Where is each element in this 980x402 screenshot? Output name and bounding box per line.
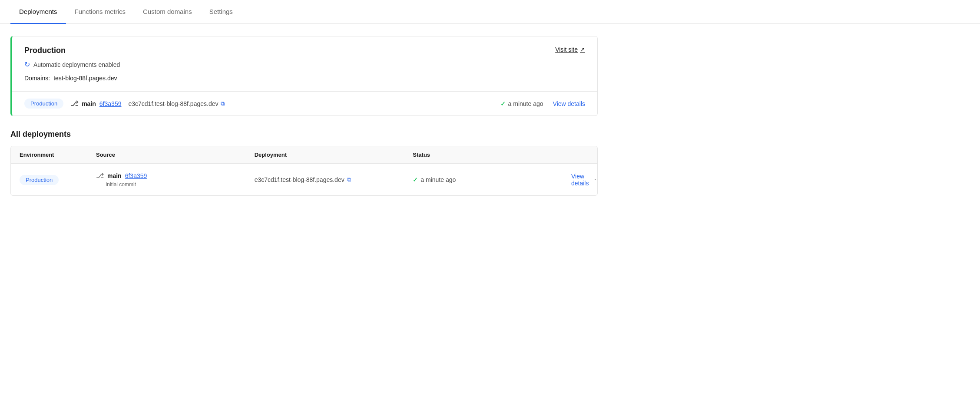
actions-cell: View details ··· — [571, 173, 589, 187]
tab-functions-metrics[interactable]: Functions metrics — [66, 0, 135, 24]
visit-site-label: Visit site — [555, 46, 578, 53]
branch-icon: ⎇ — [70, 99, 78, 108]
view-details-link[interactable]: View details — [553, 100, 585, 107]
auto-deploy-row: ↻ Automatic deployments enabled — [24, 60, 120, 69]
external-link-icon: ↗ — [580, 46, 585, 53]
row-branch-icon: ⎇ — [96, 171, 104, 180]
row-branch-name: main — [107, 172, 122, 179]
environment-badge: Production — [24, 99, 63, 109]
row-commit-hash-link[interactable]: 6f3a359 — [125, 172, 147, 179]
row-check-icon: ✓ — [413, 176, 418, 183]
row-environment-badge: Production — [20, 175, 59, 185]
deploy-url-text: e3c7cd1f.test-blog-88f.pages.dev — [128, 100, 218, 107]
main-content: Production ↻ Automatic deployments enabl… — [0, 24, 608, 208]
tab-settings[interactable]: Settings — [201, 0, 242, 24]
production-deploy-row: Production ⎇ main 6f3a359 e3c7cd1f.test-… — [12, 91, 597, 115]
domains-label: Domains: — [24, 75, 50, 82]
production-card-header-left: Production ↻ Automatic deployments enabl… — [24, 46, 120, 82]
domains-row: Domains: test-blog-88f.pages.dev — [24, 75, 120, 82]
table-row: Production ⎇ main 6f3a359 Initial commit… — [11, 164, 597, 195]
all-deployments-title: All deployments — [10, 130, 598, 139]
visit-site-link[interactable]: Visit site ↗ — [555, 46, 585, 53]
commit-hash-link[interactable]: 6f3a359 — [99, 100, 122, 107]
col-environment: Environment — [20, 152, 89, 158]
time-ago: a minute ago — [508, 100, 543, 107]
tab-deployments[interactable]: Deployments — [10, 0, 66, 24]
domain-link[interactable]: test-blog-88f.pages.dev — [53, 75, 117, 82]
tabs-bar: Deployments Functions metrics Custom dom… — [0, 0, 980, 24]
col-deployment: Deployment — [255, 152, 406, 158]
col-source: Source — [96, 152, 248, 158]
row-view-details-link[interactable]: View details — [571, 173, 589, 187]
deployments-table: Environment Source Deployment Status Pro… — [10, 146, 598, 196]
all-deployments-section: All deployments Environment Source Deplo… — [10, 130, 598, 196]
tab-custom-domains[interactable]: Custom domains — [134, 0, 201, 24]
branch-name: main — [82, 100, 96, 107]
deploy-url-external-icon[interactable]: ⧉ — [221, 100, 225, 107]
production-title: Production — [24, 46, 120, 55]
check-icon: ✓ — [500, 100, 506, 107]
commit-message: Initial commit — [106, 181, 248, 188]
row-time-ago: a minute ago — [420, 176, 456, 183]
source-main: ⎇ main 6f3a359 — [96, 171, 248, 180]
more-options-icon[interactable]: ··· — [594, 175, 598, 184]
source-cell: ⎇ main 6f3a359 Initial commit — [96, 171, 248, 188]
col-actions — [571, 152, 589, 158]
production-card: Production ↻ Automatic deployments enabl… — [10, 36, 598, 116]
table-header: Environment Source Deployment Status — [11, 146, 597, 164]
visit-site-container: Visit site ↗ — [555, 46, 585, 53]
status-cell: ✓ a minute ago — [413, 176, 564, 183]
deploy-url: e3c7cd1f.test-blog-88f.pages.dev ⧉ — [128, 100, 493, 107]
col-status: Status — [413, 152, 564, 158]
production-card-header: Production ↻ Automatic deployments enabl… — [12, 36, 597, 91]
auto-deploy-text: Automatic deployments enabled — [33, 61, 120, 68]
refresh-icon: ↻ — [24, 60, 30, 69]
status-info: ✓ a minute ago View details — [500, 100, 585, 107]
row-environment: Production — [20, 176, 89, 183]
row-deploy-external-icon[interactable]: ⧉ — [347, 176, 351, 183]
branch-info: ⎇ main 6f3a359 — [70, 99, 121, 108]
deployment-cell: e3c7cd1f.test-blog-88f.pages.dev ⧉ — [255, 176, 406, 183]
row-deploy-url: e3c7cd1f.test-blog-88f.pages.dev — [255, 176, 344, 183]
